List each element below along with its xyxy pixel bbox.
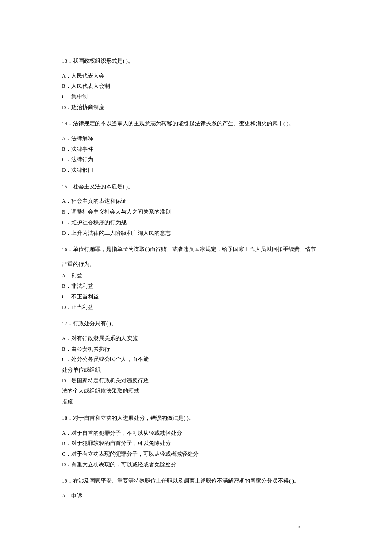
- option-c: C．不正当利益: [62, 292, 330, 302]
- question-15: 15．社会主义法的本质是( )。 A．社会主义的表达和保证 B．调整社会主义社会…: [62, 182, 330, 238]
- option-a: A．利益: [62, 271, 330, 281]
- option-d: D．法律部门: [62, 165, 330, 176]
- option-d-line3: 措施: [62, 396, 330, 407]
- option-b: B．由公安机关执行: [62, 344, 330, 355]
- option-a: A．人民代表大会: [62, 71, 330, 81]
- option-c-line2: 处分单位或组织: [62, 365, 330, 376]
- question-stem: 13．我国政权组织形式是( )。: [62, 56, 330, 66]
- option-c: C．维护社会秩序的行为规: [62, 217, 330, 228]
- option-c: C．集中制: [62, 92, 330, 102]
- question-stem: 16．单位行贿罪，是指单位为谋取( )而行贿、或者违反国家规定，给予国家工作人员…: [62, 244, 330, 255]
- option-b: B．非法利益: [62, 281, 330, 292]
- question-13: 13．我国政权组织形式是( )。 A．人民代表大会 B．人民代表大会制 C．集中…: [62, 56, 330, 113]
- question-19: 19．在涉及国家平安、重要等特殊职位上任职以及调离上述职位不满解密期的国家公务员…: [62, 476, 330, 501]
- option-a: A．社会主义的表达和保证: [62, 196, 330, 207]
- option-c: C．对于有立功表现的犯罪分子，可以从轻或者减轻处分: [62, 449, 330, 460]
- question-stem-continuation: 严重的行为。: [62, 259, 330, 270]
- footer-right-mark: >: [298, 523, 300, 532]
- option-a: A．对于自首的犯罪分子，不可以从轻或减轻处分: [62, 428, 330, 439]
- option-a: A．法律解释: [62, 133, 330, 144]
- question-stem: 19．在涉及国家平安、重要等特殊职位上任职以及调离上述职位不满解密期的国家公务员…: [62, 476, 330, 486]
- option-b: B．调整社会主义社会人与人之间关系的准则: [62, 207, 330, 217]
- question-16: 16．单位行贿罪，是指单位为谋取( )而行贿、或者违反国家规定，给予国家工作人员…: [62, 244, 330, 312]
- question-18: 18．对于自首和立功的人进展处分，错误的做法是( )。 A．对于自首的犯罪分子，…: [62, 413, 330, 470]
- option-a: A．对有行政隶属关系的人实施: [62, 333, 330, 344]
- question-stem: 15．社会主义法的本质是( )。: [62, 182, 330, 192]
- option-a: A．申诉: [62, 491, 330, 501]
- question-14: 14．法律规定的不以当事人的主观意志为转移的能引起法律关系的产生、变更和消灭的属…: [62, 119, 330, 175]
- question-stem: 14．法律规定的不以当事人的主观意志为转移的能引起法律关系的产生、变更和消灭的属…: [62, 119, 330, 129]
- option-d: D．正当利益: [62, 302, 330, 313]
- question-stem: 18．对于自首和立功的人进展处分，错误的做法是( )。: [62, 413, 330, 424]
- option-d: D．上升为法律的工人阶级和广阔人民的意志: [62, 228, 330, 239]
- question-stem: 17．行政处分只有( )。: [62, 318, 330, 329]
- option-d-line1: D．是国家特定行政机关对违反行政: [62, 376, 330, 386]
- question-17: 17．行政处分只有( )。 A．对有行政隶属关系的人实施 B．由公安机关执行 C…: [62, 318, 330, 407]
- footer-left-dot: .: [92, 523, 93, 532]
- option-b: B．对于犯罪较轻的自首分子，可以免除处分: [62, 438, 330, 449]
- page-footer: . >: [62, 523, 330, 532]
- option-d-line2: 法的个人或组织依法采取的惩戒: [62, 386, 330, 396]
- document-page: . 13．我国政权组织形式是( )。 A．人民代表大会 B．人民代表大会制 C．…: [0, 0, 392, 555]
- option-d: D．政治协商制度: [62, 102, 330, 113]
- option-c-line1: C．处分公务员或公民个人，而不能: [62, 354, 330, 365]
- option-b: B．人民代表大会制: [62, 81, 330, 92]
- option-d: D．有重大立功表现的，可以减轻或者免除处分: [62, 460, 330, 470]
- option-b: B．法律事件: [62, 144, 330, 155]
- header-dot: .: [62, 30, 330, 39]
- option-c: C．法律行为: [62, 154, 330, 165]
